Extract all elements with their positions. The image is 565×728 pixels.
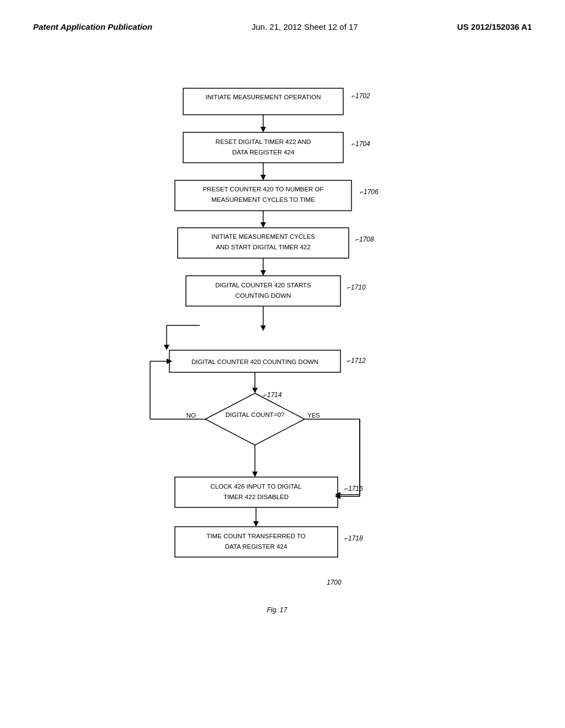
- header-center: Jun. 21, 2012 Sheet 12 of 17: [252, 22, 358, 31]
- label-1708b: AND START DIGITAL TIMER 422: [216, 244, 311, 250]
- arrowhead-1712-1714: [252, 388, 258, 393]
- ref-1704: ⌐1704: [351, 140, 370, 148]
- diamond-1714: [205, 393, 305, 445]
- ref-1714: ⌐1714: [263, 391, 282, 399]
- label-1702: INITIATE MEASUREMENT OPERATION: [206, 94, 321, 100]
- header-left: Patent Application Publication: [33, 22, 152, 31]
- box-1708: [178, 228, 349, 258]
- ref-1710: ⌐1710: [347, 283, 366, 291]
- box-1706: [175, 180, 351, 211]
- box-1702: [183, 88, 343, 115]
- label-1710b: COUNTING DOWN: [236, 292, 291, 299]
- figure-title: Fig. 17: [267, 606, 288, 614]
- header-right: US 2012/152036 A1: [457, 22, 532, 31]
- arrowhead-1704-1706: [260, 175, 266, 180]
- box-1716: [175, 477, 338, 507]
- ref-1706: ⌐1706: [360, 188, 379, 196]
- arrowhead-1706-1708: [260, 222, 266, 228]
- label-1716a: CLOCK 426 INPUT TO DIGITAL: [210, 483, 302, 490]
- page-header: Patent Application Publication Jun. 21, …: [0, 0, 565, 42]
- diagram-container: text { font-family: Arial, sans-serif; f…: [0, 77, 565, 673]
- arrowhead-1702-1704: [260, 127, 266, 132]
- box-1718: [175, 527, 338, 557]
- flowchart-svg: text { font-family: Arial, sans-serif; f…: [89, 77, 476, 673]
- label-1706b: MEASUREMENT CYCLES TO TIME: [211, 196, 315, 203]
- ref-1708: ⌐1708: [355, 235, 374, 243]
- label-1712: DIGITAL COUNTER 420 COUNTING DOWN: [191, 358, 318, 365]
- label-1704b: DATA REGISTER 424: [232, 149, 295, 156]
- label-1718b: DATA REGISTER 424: [225, 543, 287, 550]
- figure-number: 1700: [327, 579, 342, 586]
- label-1704a: RESET DIGITAL TIMER 422 AND: [216, 138, 311, 145]
- label-1706a: PRESET COUNTER 420 TO NUMBER OF: [202, 186, 323, 192]
- arrowhead-1708-1710: [260, 270, 266, 276]
- label-1708a: INITIATE MEASUREMENT CYCLES: [211, 233, 315, 240]
- loop-left-arrowhead: [164, 345, 169, 350]
- label-no: NO: [186, 412, 196, 419]
- label-1716b: TIMER 422 DISABLED: [223, 494, 289, 500]
- box-1710: [186, 276, 340, 306]
- arrowhead-1716-1718: [253, 521, 259, 527]
- box-1704: [183, 132, 343, 163]
- label-1710a: DIGITAL COUNTER 420 STARTS: [215, 282, 311, 288]
- arrowhead-diamond-down: [252, 472, 258, 477]
- label-yes: YES: [307, 412, 320, 419]
- ref-1718: ⌐1718: [344, 534, 363, 542]
- ref-1702: ⌐1702: [351, 92, 370, 100]
- arrowhead-1710-down: [260, 325, 266, 331]
- label-1714a: DIGITAL COUNT=0?: [225, 411, 284, 418]
- ref-1712: ⌐1712: [347, 357, 366, 365]
- ref-1716: ⌐1716: [344, 485, 363, 493]
- label-1718a: TIME COUNT TRANSFERRED TO: [206, 533, 305, 539]
